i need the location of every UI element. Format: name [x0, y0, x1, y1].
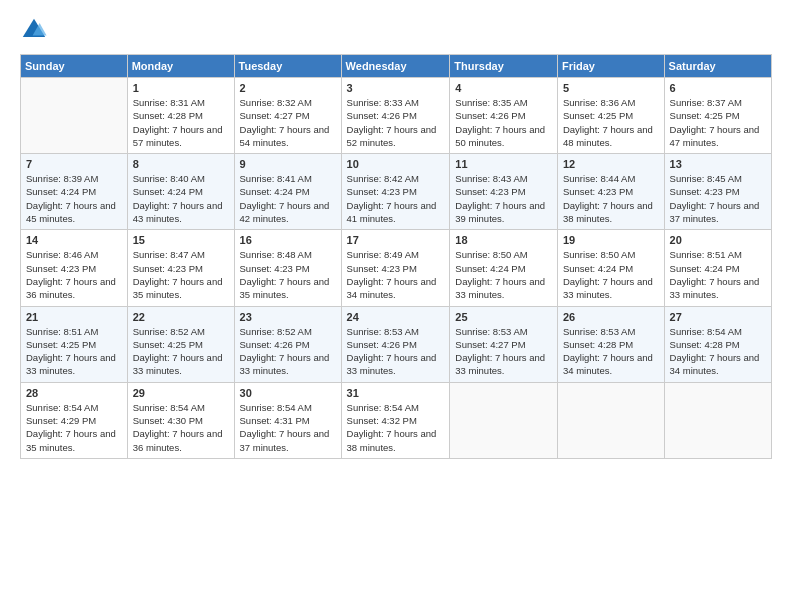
calendar: SundayMondayTuesdayWednesdayThursdayFrid… [20, 54, 772, 459]
day-info: Sunrise: 8:48 AMSunset: 4:23 PMDaylight:… [240, 248, 336, 301]
day-info: Sunrise: 8:33 AMSunset: 4:26 PMDaylight:… [347, 96, 445, 149]
day-info: Sunrise: 8:41 AMSunset: 4:24 PMDaylight:… [240, 172, 336, 225]
day-number: 23 [240, 311, 336, 323]
weekday-wednesday: Wednesday [341, 55, 450, 78]
day-number: 22 [133, 311, 229, 323]
weekday-sunday: Sunday [21, 55, 128, 78]
day-number: 20 [670, 234, 766, 246]
calendar-cell: 10Sunrise: 8:42 AMSunset: 4:23 PMDayligh… [341, 154, 450, 230]
day-info: Sunrise: 8:54 AMSunset: 4:28 PMDaylight:… [670, 325, 766, 378]
calendar-cell: 18Sunrise: 8:50 AMSunset: 4:24 PMDayligh… [450, 230, 558, 306]
day-number: 8 [133, 158, 229, 170]
day-info: Sunrise: 8:54 AMSunset: 4:31 PMDaylight:… [240, 401, 336, 454]
day-info: Sunrise: 8:53 AMSunset: 4:26 PMDaylight:… [347, 325, 445, 378]
day-number: 25 [455, 311, 552, 323]
day-number: 1 [133, 82, 229, 94]
day-number: 7 [26, 158, 122, 170]
calendar-cell: 3Sunrise: 8:33 AMSunset: 4:26 PMDaylight… [341, 78, 450, 154]
logo [20, 16, 52, 44]
calendar-cell: 31Sunrise: 8:54 AMSunset: 4:32 PMDayligh… [341, 382, 450, 458]
day-info: Sunrise: 8:53 AMSunset: 4:28 PMDaylight:… [563, 325, 659, 378]
calendar-cell: 4Sunrise: 8:35 AMSunset: 4:26 PMDaylight… [450, 78, 558, 154]
day-number: 3 [347, 82, 445, 94]
day-number: 28 [26, 387, 122, 399]
day-info: Sunrise: 8:39 AMSunset: 4:24 PMDaylight:… [26, 172, 122, 225]
day-info: Sunrise: 8:52 AMSunset: 4:26 PMDaylight:… [240, 325, 336, 378]
calendar-week-row: 1Sunrise: 8:31 AMSunset: 4:28 PMDaylight… [21, 78, 772, 154]
calendar-week-row: 14Sunrise: 8:46 AMSunset: 4:23 PMDayligh… [21, 230, 772, 306]
calendar-cell: 13Sunrise: 8:45 AMSunset: 4:23 PMDayligh… [664, 154, 771, 230]
calendar-cell: 21Sunrise: 8:51 AMSunset: 4:25 PMDayligh… [21, 306, 128, 382]
day-number: 12 [563, 158, 659, 170]
day-info: Sunrise: 8:50 AMSunset: 4:24 PMDaylight:… [455, 248, 552, 301]
calendar-cell: 11Sunrise: 8:43 AMSunset: 4:23 PMDayligh… [450, 154, 558, 230]
calendar-week-row: 21Sunrise: 8:51 AMSunset: 4:25 PMDayligh… [21, 306, 772, 382]
day-info: Sunrise: 8:46 AMSunset: 4:23 PMDaylight:… [26, 248, 122, 301]
page: SundayMondayTuesdayWednesdayThursdayFrid… [0, 0, 792, 612]
day-number: 26 [563, 311, 659, 323]
day-info: Sunrise: 8:42 AMSunset: 4:23 PMDaylight:… [347, 172, 445, 225]
calendar-cell: 26Sunrise: 8:53 AMSunset: 4:28 PMDayligh… [557, 306, 664, 382]
day-number: 21 [26, 311, 122, 323]
day-info: Sunrise: 8:36 AMSunset: 4:25 PMDaylight:… [563, 96, 659, 149]
calendar-cell: 9Sunrise: 8:41 AMSunset: 4:24 PMDaylight… [234, 154, 341, 230]
calendar-cell: 30Sunrise: 8:54 AMSunset: 4:31 PMDayligh… [234, 382, 341, 458]
day-info: Sunrise: 8:54 AMSunset: 4:30 PMDaylight:… [133, 401, 229, 454]
day-number: 11 [455, 158, 552, 170]
calendar-cell: 29Sunrise: 8:54 AMSunset: 4:30 PMDayligh… [127, 382, 234, 458]
weekday-thursday: Thursday [450, 55, 558, 78]
day-number: 2 [240, 82, 336, 94]
calendar-cell: 16Sunrise: 8:48 AMSunset: 4:23 PMDayligh… [234, 230, 341, 306]
header [20, 16, 772, 44]
day-info: Sunrise: 8:45 AMSunset: 4:23 PMDaylight:… [670, 172, 766, 225]
day-info: Sunrise: 8:35 AMSunset: 4:26 PMDaylight:… [455, 96, 552, 149]
day-number: 29 [133, 387, 229, 399]
weekday-header-row: SundayMondayTuesdayWednesdayThursdayFrid… [21, 55, 772, 78]
calendar-cell: 2Sunrise: 8:32 AMSunset: 4:27 PMDaylight… [234, 78, 341, 154]
calendar-cell: 27Sunrise: 8:54 AMSunset: 4:28 PMDayligh… [664, 306, 771, 382]
calendar-cell: 23Sunrise: 8:52 AMSunset: 4:26 PMDayligh… [234, 306, 341, 382]
weekday-monday: Monday [127, 55, 234, 78]
calendar-cell: 24Sunrise: 8:53 AMSunset: 4:26 PMDayligh… [341, 306, 450, 382]
day-info: Sunrise: 8:51 AMSunset: 4:25 PMDaylight:… [26, 325, 122, 378]
logo-icon [20, 16, 48, 44]
calendar-cell [21, 78, 128, 154]
calendar-cell: 14Sunrise: 8:46 AMSunset: 4:23 PMDayligh… [21, 230, 128, 306]
day-info: Sunrise: 8:50 AMSunset: 4:24 PMDaylight:… [563, 248, 659, 301]
calendar-cell: 6Sunrise: 8:37 AMSunset: 4:25 PMDaylight… [664, 78, 771, 154]
calendar-cell: 15Sunrise: 8:47 AMSunset: 4:23 PMDayligh… [127, 230, 234, 306]
day-number: 15 [133, 234, 229, 246]
calendar-cell: 1Sunrise: 8:31 AMSunset: 4:28 PMDaylight… [127, 78, 234, 154]
calendar-cell: 25Sunrise: 8:53 AMSunset: 4:27 PMDayligh… [450, 306, 558, 382]
day-number: 16 [240, 234, 336, 246]
day-number: 18 [455, 234, 552, 246]
calendar-cell [664, 382, 771, 458]
day-number: 14 [26, 234, 122, 246]
calendar-cell [557, 382, 664, 458]
day-info: Sunrise: 8:54 AMSunset: 4:29 PMDaylight:… [26, 401, 122, 454]
day-info: Sunrise: 8:52 AMSunset: 4:25 PMDaylight:… [133, 325, 229, 378]
calendar-week-row: 28Sunrise: 8:54 AMSunset: 4:29 PMDayligh… [21, 382, 772, 458]
day-info: Sunrise: 8:47 AMSunset: 4:23 PMDaylight:… [133, 248, 229, 301]
calendar-cell: 19Sunrise: 8:50 AMSunset: 4:24 PMDayligh… [557, 230, 664, 306]
day-info: Sunrise: 8:40 AMSunset: 4:24 PMDaylight:… [133, 172, 229, 225]
calendar-cell: 5Sunrise: 8:36 AMSunset: 4:25 PMDaylight… [557, 78, 664, 154]
calendar-cell: 17Sunrise: 8:49 AMSunset: 4:23 PMDayligh… [341, 230, 450, 306]
day-info: Sunrise: 8:54 AMSunset: 4:32 PMDaylight:… [347, 401, 445, 454]
day-number: 9 [240, 158, 336, 170]
weekday-friday: Friday [557, 55, 664, 78]
day-number: 4 [455, 82, 552, 94]
day-number: 31 [347, 387, 445, 399]
day-info: Sunrise: 8:44 AMSunset: 4:23 PMDaylight:… [563, 172, 659, 225]
day-number: 10 [347, 158, 445, 170]
calendar-cell: 20Sunrise: 8:51 AMSunset: 4:24 PMDayligh… [664, 230, 771, 306]
day-number: 6 [670, 82, 766, 94]
day-info: Sunrise: 8:43 AMSunset: 4:23 PMDaylight:… [455, 172, 552, 225]
calendar-cell [450, 382, 558, 458]
day-info: Sunrise: 8:53 AMSunset: 4:27 PMDaylight:… [455, 325, 552, 378]
day-number: 27 [670, 311, 766, 323]
day-number: 17 [347, 234, 445, 246]
day-number: 13 [670, 158, 766, 170]
day-info: Sunrise: 8:31 AMSunset: 4:28 PMDaylight:… [133, 96, 229, 149]
day-number: 19 [563, 234, 659, 246]
